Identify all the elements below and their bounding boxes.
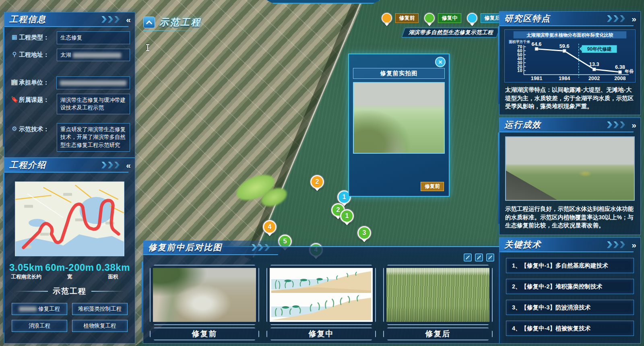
text-cursor — [146, 44, 150, 51]
project-intro-panel: 工程介绍 « 3.05km工程南北长约 60m-200m宽 0.38km面积 示… — [4, 158, 135, 344]
operation-header: 运行成效 — [500, 118, 640, 132]
demo-tech-value: 重点研发了湖滨带生态修复技术，开展了湖滨带多自然型生态修复工程示范研究 — [57, 123, 130, 152]
collapse-right-icon[interactable]: » — [632, 241, 636, 249]
plant-restoration-project-button[interactable]: 植物恢复工程 — [72, 320, 128, 332]
layer-tools — [464, 253, 494, 262]
popup-before-button[interactable]: 修复前 — [421, 182, 444, 191]
panel-title: 运行成效 — [504, 119, 541, 130]
project-banner: 湖滨带多自然型生态修复示范工程 — [403, 28, 498, 37]
chevrons-icon — [101, 162, 120, 169]
chevrons-icon — [252, 244, 270, 251]
card-after: 修复后 — [383, 265, 493, 340]
wave-dissipation-project-button[interactable]: 消浪工程 — [12, 320, 67, 332]
collapse-left-icon[interactable]: « — [126, 16, 131, 24]
chevrons-icon — [101, 16, 120, 23]
project-intro-header: 工程介绍 — [4, 158, 135, 173]
field-demo-tech: ⚙ 示范技术： 重点研发了湖滨带生态修复技术，开展了湖滨带多自然型生态修复工程示… — [10, 123, 130, 152]
field-topic: 🔖 所属课题： 湖滨带生态修复与缓冲带建设技术及工程示范 — [10, 94, 130, 114]
legend-item-before: 修复前 — [382, 13, 419, 23]
chart-annotation: 90年代修建 — [587, 46, 612, 52]
stat-area: 0.38km面积 — [96, 262, 130, 280]
before-marker-icon — [382, 13, 392, 23]
during-diagram[interactable] — [270, 268, 373, 322]
field-project-address: ⚲ 工程地址： 太湖 — [10, 49, 130, 62]
map-section-title-text: 示范工程 — [159, 16, 201, 29]
svg-text:6.38: 6.38 — [615, 64, 625, 70]
study-area-panel: 研究区特点 » 太湖湖滨带挺水植物分布面积年际变化比较 面积平方千米 90年代修… — [499, 11, 641, 115]
demo-project-buttons: 修复工程 堆积藻类控制工程 消浪工程 植物恢复工程 — [4, 298, 135, 332]
panel-title: 工程信息 — [9, 14, 46, 25]
redacted-text — [60, 80, 126, 86]
key-tech-panel: 关键技术 » 1、【修复中-1】多自然基底构建技术 2、【修复中-2】堆积藻类控… — [499, 237, 641, 344]
tech-item-4[interactable]: 4、【修复中-4】植被恢复技术 — [506, 321, 634, 336]
chevrons-icon — [607, 15, 625, 22]
card-before: 修复前 — [150, 265, 259, 340]
after-photo[interactable] — [386, 268, 489, 322]
map-marker-before-4[interactable]: 4 — [263, 220, 277, 234]
comparison-cards: 修复前 — [143, 247, 499, 340]
bookmark-icon: 🔖 — [10, 96, 19, 103]
grid-icon: ▦ — [10, 33, 19, 41]
map-marker-before-2[interactable]: 2 — [310, 175, 324, 189]
svg-text:2002: 2002 — [588, 75, 600, 81]
project-address-value: 太湖 — [57, 49, 130, 62]
svg-text:59.6: 59.6 — [559, 43, 570, 49]
study-area-header: 研究区特点 — [500, 12, 640, 26]
chevrons-icon — [607, 241, 625, 248]
card-during: 修复中 — [266, 265, 376, 340]
svg-text:13.3: 13.3 — [589, 61, 599, 67]
collapse-right-icon[interactable]: » — [632, 15, 636, 23]
panel-title: 关键技术 — [504, 239, 541, 250]
card-after-caption: 修复后 — [383, 327, 493, 340]
line-chart: 太湖湖滨带挺水植物分布面积年际变化比较 面积平方千米 90年代修建 年份 102… — [505, 30, 635, 82]
before-photo[interactable] — [153, 268, 256, 322]
collapse-right-icon[interactable]: » — [632, 121, 636, 129]
svg-text:1984: 1984 — [559, 75, 570, 81]
marker-legend: 修复前 修复中 修复后 — [382, 13, 504, 23]
topic-value: 湖滨带生态修复与缓冲带建设技术及工程示范 — [57, 94, 130, 114]
panel-title: 研究区特点 — [504, 13, 551, 24]
close-icon[interactable]: ✕ — [435, 57, 446, 67]
key-tech-header: 关键技术 — [500, 238, 640, 252]
chart-title: 太湖湖滨带挺水植物分布面积年际变化比较 — [526, 32, 613, 38]
after-marker-icon — [467, 13, 477, 23]
collapse-up-icon[interactable] — [143, 16, 155, 28]
legend-during-button[interactable]: 修复中 — [438, 13, 461, 23]
panel-title: 修复前中后对比图 — [148, 242, 222, 253]
title-underline — [143, 30, 204, 31]
stat-length: 3.05km工程南北长约 — [9, 262, 43, 280]
popup-photo — [353, 82, 445, 154]
edit-layer-icon[interactable] — [486, 253, 494, 262]
chart-ylabel: 面积平方千米 — [509, 40, 530, 44]
legend-before-button[interactable]: 修复前 — [395, 13, 419, 23]
redacted-text — [19, 307, 37, 311]
popup-title: 修复前实拍图 — [353, 68, 445, 79]
tech-item-1[interactable]: 1、【修复中-1】多自然基底构建技术 — [506, 258, 634, 273]
edit-layer-icon[interactable] — [464, 253, 472, 262]
operation-description: 示范工程运行良好，示范区水体达到相应水体功能的水质标准。示范区内植物覆盖率达30… — [500, 204, 640, 230]
tech-item-2[interactable]: 2、【修复中-2】堆积藻类控制技术 — [506, 279, 634, 294]
card-before-caption: 修复前 — [150, 327, 259, 340]
map-marker-during-1[interactable]: 1 — [340, 209, 354, 223]
chevrons-icon — [607, 122, 625, 128]
field-project-type: ▦ 工程类型： 生态修复 — [10, 31, 130, 44]
operation-panel: 运行成效 » 示范工程运行良好，示范区水体达到相应水体功能的水质标准。示范区内植… — [499, 117, 641, 235]
location-map-image — [15, 181, 124, 256]
tech-item-3[interactable]: 3、【修复中-3】防波消浪技术 — [506, 300, 634, 315]
demo-projects-divider: 示范工程 — [4, 280, 135, 298]
project-stats: 3.05km工程南北长约 60m-200m宽 0.38km面积 — [4, 256, 135, 280]
shore-profile-diagram — [270, 268, 373, 322]
map-marker-during-3[interactable]: 3 — [357, 226, 371, 240]
stat-width: 60m-200m宽 — [45, 262, 94, 280]
restoration-project-button[interactable]: 修复工程 — [12, 303, 67, 315]
legend-item-after: 修复后 — [467, 13, 504, 23]
wetland-photo — [505, 136, 635, 201]
gear-icon: ⚙ — [10, 125, 19, 132]
comparison-header: 修复前中后对比图 — [143, 241, 285, 255]
edit-layer-icon[interactable] — [475, 253, 483, 262]
collapse-left-icon[interactable]: « — [126, 161, 131, 169]
vegetation-trend-chart: 太湖湖滨带挺水植物分布面积年际变化比较 面积平方千米 90年代修建 年份 102… — [504, 29, 636, 82]
algae-control-project-button[interactable]: 堆积藻类控制工程 — [72, 303, 128, 315]
study-area-description: 太湖湖滨带特点：以间歇露滩-大堤型、无滩地-大堤型为主，水质较差，劣于全湖平均水… — [500, 85, 640, 111]
card-during-caption: 修复中 — [266, 327, 376, 340]
